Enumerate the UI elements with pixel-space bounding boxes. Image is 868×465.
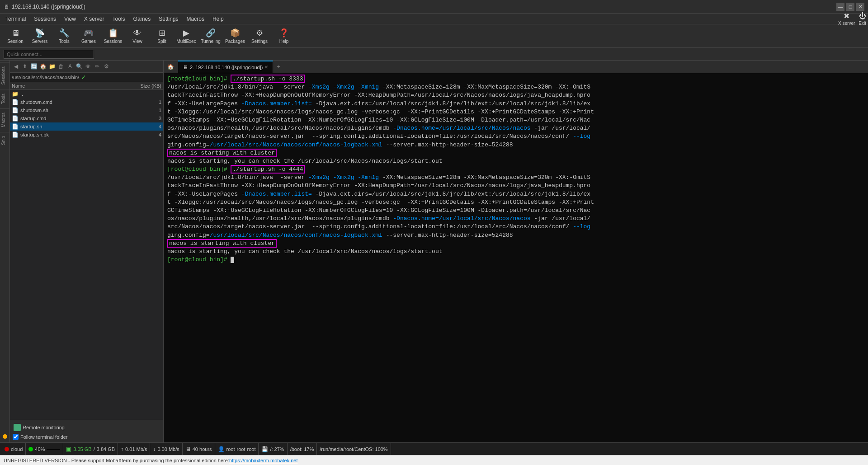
window-controls: — □ ✕	[836, 3, 864, 11]
toolbar-session[interactable]: 🖥 Session	[4, 26, 27, 46]
tab-bar: 🏠 🖥 2. 192.168.10.140 ([springcloud]) ✕ …	[164, 61, 868, 73]
menu-settings[interactable]: Settings	[155, 15, 182, 23]
toolbar-games[interactable]: 🎮 Games	[77, 26, 100, 46]
servers-label: Servers	[32, 39, 47, 44]
status-net-up: ↑ 0.01 Mb/s	[118, 443, 150, 455]
fp-up[interactable]: ⬆	[21, 62, 29, 70]
status-uptime-val: 40 hours	[193, 446, 212, 452]
quick-connect-input[interactable]	[4, 50, 94, 59]
status-uptime: 🖥 40 hours	[183, 443, 215, 455]
toolbar-servers[interactable]: 📡 Servers	[28, 26, 52, 46]
menu-xserver[interactable]: X server	[80, 15, 108, 23]
fp-new-folder[interactable]: 📁	[48, 62, 56, 70]
xserver-button[interactable]: ✖ X server	[838, 12, 855, 26]
ram-icon: ▣	[66, 446, 71, 452]
file-icon-startup-cmd: 📄	[12, 115, 19, 122]
follow-folder-checkbox[interactable]	[13, 434, 19, 440]
status-ram-sep: /	[94, 446, 95, 452]
terminal-content[interactable]: [root@cloud bin]# ./startup.sh -o 3333 /…	[164, 73, 868, 442]
terminal-line-2: /usr/local/src/jdk1.8/bin/java -server -…	[167, 83, 864, 91]
fp-filter[interactable]: A	[66, 62, 74, 70]
fp-hidden[interactable]: 👁	[84, 62, 92, 70]
remote-monitoring-button[interactable]: Remote monitoring	[13, 423, 160, 432]
exit-button[interactable]: ⏻ Exit	[859, 12, 866, 26]
home-icon: 🏠	[167, 64, 174, 70]
file-icon-shutdown-sh: 📄	[12, 107, 19, 113]
menu-macros[interactable]: Macros	[183, 15, 208, 23]
status-disk-media-val: /run/media/root/CentOS: 100%	[320, 446, 387, 452]
tools-icon: 🔧	[59, 28, 69, 38]
file-row-startup-sh-bk[interactable]: 📄 startup.sh.bk 4	[10, 131, 163, 139]
maximize-button[interactable]: □	[846, 3, 854, 11]
file-row-startup-sh[interactable]: 📄 startup.sh 4	[10, 122, 163, 131]
fp-search[interactable]: 🔍	[75, 62, 83, 70]
fp-settings[interactable]: ⚙	[102, 62, 110, 70]
fp-refresh[interactable]: 🔄	[30, 62, 38, 70]
close-button[interactable]: ✕	[856, 3, 864, 11]
net-up-icon: ↑	[121, 446, 123, 452]
toolbar-tools[interactable]: 🔧 Tools	[52, 26, 76, 46]
menu-terminal[interactable]: Terminal	[2, 15, 29, 23]
file-row-shutdown-sh[interactable]: 📄 shutdown.sh 1	[10, 106, 163, 114]
file-list: 📁 .. 📄 shutdown.cmd 1 📄 shutdown.sh 1 📄 …	[10, 90, 163, 420]
cmd-highlight-2: ./startup.sh -o 4444	[231, 165, 305, 174]
status-cpu-percent: 40%	[35, 446, 45, 452]
file-row-startup-cmd[interactable]: 📄 startup.cmd 3	[10, 114, 163, 122]
file-panel-toolbar: ◀ ⬆ 🔄 🏠 📁 🗑 A 🔍 👁 ✏ ⚙	[10, 61, 163, 73]
status-disk-root: 💾 /: 27%	[259, 443, 287, 455]
terminal-line-6: GCTimeStamps -XX:+UseGCLogFileRotation -…	[167, 116, 864, 124]
prompt-1: [root@cloud bin]#	[167, 75, 231, 82]
file-size-shutdown-sh: 1	[125, 108, 161, 113]
toolbar-split[interactable]: ⊞ Split	[150, 26, 174, 46]
file-row-shutdown-cmd[interactable]: 📄 shutdown.cmd 1	[10, 98, 163, 106]
tab-close-icon[interactable]: ✕	[264, 65, 268, 70]
menu-help[interactable]: Help	[209, 15, 227, 23]
unreg-link[interactable]: https://mobaxterm.mobatek.net	[229, 458, 298, 463]
toolbar-settings[interactable]: ⚙ Settings	[248, 26, 271, 46]
terminal-line-16: t -Xloggc:/usr/local/src/Nacos/nacos/log…	[167, 198, 864, 207]
macros-tab[interactable]: Macros	[0, 108, 10, 131]
terminal-line-21: nacos is starting with cluster	[167, 240, 864, 248]
terminal-line-5: t -Xloggc:/usr/local/src/Nacos/nacos/log…	[167, 108, 864, 116]
cluster-highlight-1: nacos is starting with cluster	[167, 149, 277, 157]
fp-home[interactable]: 🏠	[39, 62, 47, 70]
settings-icon: ⚙	[256, 28, 263, 38]
file-name-startup-sh-bk: startup.sh.bk	[20, 132, 125, 137]
toolbar-view[interactable]: 👁 View	[126, 26, 149, 46]
tab-springcloud[interactable]: 🖥 2. 192.168.10.140 ([springcloud]) ✕	[178, 61, 273, 73]
status-user-val: root	[226, 446, 235, 452]
snip-tab[interactable]: Snip	[0, 132, 10, 149]
unreg-text: UNREGISTERED VERSION - Please support Mo…	[4, 458, 229, 463]
status-net-down: ↓ 0.00 Mb/s	[150, 443, 182, 455]
status-dot-green	[28, 447, 33, 451]
tools-tab[interactable]: Tools	[0, 89, 10, 108]
unregistered-bar: UNREGISTERED VERSION - Please support Mo…	[0, 455, 868, 465]
new-tab-button[interactable]: +	[273, 62, 283, 72]
menu-games[interactable]: Games	[130, 15, 155, 23]
toolbar-packages[interactable]: 📦 Packages	[223, 26, 247, 46]
indicator-dot[interactable]	[3, 434, 7, 439]
status-dot-red	[5, 447, 9, 451]
flag-dnacos-home2: -Dnacos.home=/usr/local/src/Nacos/nacos	[393, 215, 530, 222]
help-label: Help	[279, 39, 289, 44]
terminal-line-19: src/Nacos/nacos/target/nacos-server.jar …	[167, 223, 864, 231]
toolbar-help[interactable]: ❓ Help	[272, 26, 296, 46]
toolbar-tunneling[interactable]: 🔗 Tunneling	[199, 26, 222, 46]
file-panel-bottom: Remote monitoring Follow terminal folder	[10, 420, 163, 442]
fp-delete[interactable]: 🗑	[57, 62, 65, 70]
file-name-dotdot: ..	[20, 91, 125, 97]
fp-edit[interactable]: ✏	[93, 62, 101, 70]
menu-view[interactable]: View	[61, 15, 80, 23]
menu-sessions[interactable]: Sessions	[30, 15, 60, 23]
tab-home[interactable]: 🏠	[164, 61, 178, 73]
status-cpu-bar	[47, 449, 60, 450]
toolbar-sessions[interactable]: 📋 Sessions	[101, 26, 125, 46]
menu-tools[interactable]: Tools	[109, 15, 129, 23]
minimize-button[interactable]: —	[836, 3, 844, 11]
toolbar-multiexec[interactable]: ▶ MultiExec	[175, 26, 198, 46]
file-row-dotdot[interactable]: 📁 ..	[10, 90, 163, 98]
fp-back[interactable]: ◀	[12, 62, 20, 70]
packages-label: Packages	[225, 39, 245, 44]
sessions-tab[interactable]: Sessions	[0, 62, 10, 89]
status-disk-boot-val: /boot: 17%	[290, 446, 314, 452]
